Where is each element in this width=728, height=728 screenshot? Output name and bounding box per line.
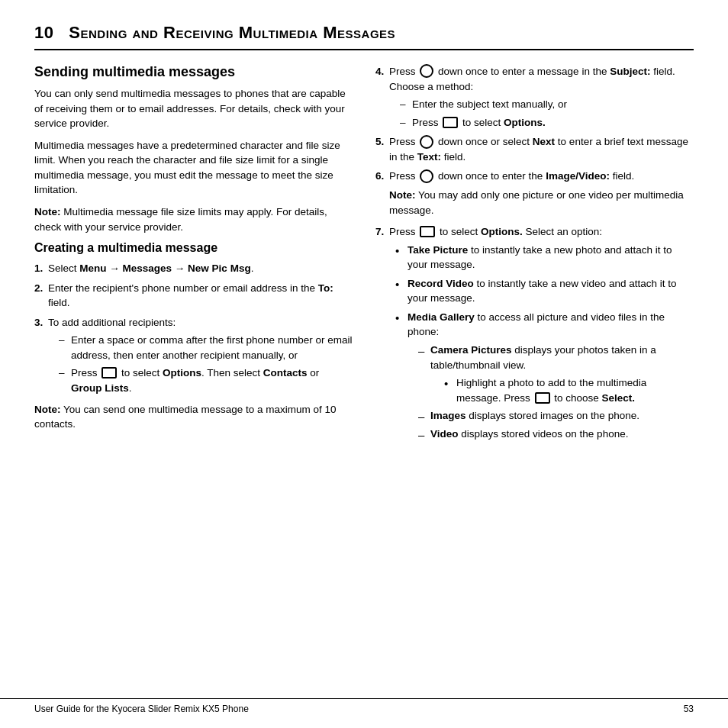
section1-para1: You can only send multimedia messages to… <box>34 86 353 131</box>
note2: Note: You can send one multimedia messag… <box>34 402 353 432</box>
left-column: Sending multimedia messages You can only… <box>34 64 353 447</box>
steps-list: 1. Select Menu → Messages → New Pic Msg.… <box>34 261 353 396</box>
step-2: 2. Enter the recipient's phone number or… <box>34 281 353 311</box>
step3-num: 3. <box>34 315 43 330</box>
step-7: 7. Press to select Options. Select an op… <box>375 224 694 441</box>
page: 10 Sending and Receiving Multimedia Mess… <box>0 0 728 728</box>
step1-num: 1. <box>34 261 43 276</box>
circle-icon-5 <box>420 135 433 149</box>
step-1: 1. Select Menu → Messages → New Pic Msg. <box>34 261 353 276</box>
step-4: 4. Press down once to enter a message in… <box>375 64 694 130</box>
images-option: Images displays stored images on the pho… <box>418 408 694 424</box>
camera-sub-bullets: Highlight a photo to add to the multimed… <box>444 375 694 405</box>
header-rule <box>34 49 694 50</box>
options-bullets: Take Picture to instantly take a new pho… <box>395 243 694 442</box>
step3-dash2: Press to select Options. Then select Con… <box>59 366 353 395</box>
circle-icon-4 <box>420 64 433 78</box>
note3: Note: You may add only one picture or on… <box>389 188 694 217</box>
camera-pictures: Camera Pictures displays your photos tak… <box>418 343 694 405</box>
nav-icon-select <box>535 392 550 404</box>
section1-para2: Multimedia messages have a predetermined… <box>34 138 353 198</box>
step-3: 3. To add additional recipients: Enter a… <box>34 315 353 396</box>
step3-dashes: Enter a space or comma after the first p… <box>59 333 353 395</box>
nav-icon <box>101 367 117 378</box>
step4-dash1: Enter the subject text manually, or <box>400 97 694 112</box>
nav-icon-7 <box>420 226 435 237</box>
option-take-picture: Take Picture to instantly take a new pho… <box>395 243 694 272</box>
right-column: 4. Press down once to enter a message in… <box>375 64 694 447</box>
section1-title: Sending multimedia messages <box>34 64 353 80</box>
step4-num: 4. <box>375 64 384 79</box>
step2-num: 2. <box>34 281 43 296</box>
chapter-number: 10 <box>34 23 53 42</box>
content-columns: Sending multimedia messages You can only… <box>34 64 694 447</box>
chapter-header: 10 Sending and Receiving Multimedia Mess… <box>34 23 694 43</box>
step7-num: 7. <box>375 224 384 240</box>
footer-left: User Guide for the Kyocera Slider Remix … <box>34 704 249 714</box>
media-gallery-dashes: Camera Pictures displays your photos tak… <box>418 343 694 441</box>
circle-icon-6 <box>420 169 433 183</box>
option-media-gallery: Media Gallery to access all picture and … <box>395 310 694 442</box>
footer-page: 53 <box>684 704 694 714</box>
video-option: Video displays stored videos on the phon… <box>418 427 694 442</box>
step-6: 6. Press down once to enter the Image/Vi… <box>375 169 694 217</box>
step3-dash1: Enter a space or comma after the first p… <box>59 333 353 362</box>
nav-icon-4 <box>443 117 458 128</box>
step-5: 5. Press down once or select Next to ent… <box>375 134 694 164</box>
chapter-title: Sending and Receiving Multimedia Message… <box>69 23 395 42</box>
note1: Note: Multimedia message file size limit… <box>34 205 353 234</box>
footer: User Guide for the Kyocera Slider Remix … <box>0 698 728 714</box>
step5-num: 5. <box>375 134 384 150</box>
step6-num: 6. <box>375 169 384 184</box>
section2-title: Creating a multimedia message <box>34 241 353 255</box>
option-record-video: Record Video to instantly take a new vid… <box>395 276 694 306</box>
step4-dashes: Enter the subject text manually, or Pres… <box>400 97 694 130</box>
camera-sub-bullet: Highlight a photo to add to the multimed… <box>444 375 694 405</box>
step4-dash2: Press to select Options. <box>400 115 694 130</box>
right-steps-list: 4. Press down once to enter a message in… <box>375 64 694 441</box>
